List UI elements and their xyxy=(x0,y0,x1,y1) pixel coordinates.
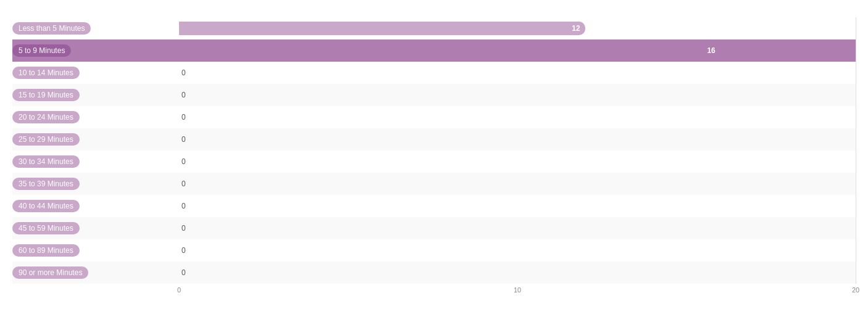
bar-zero-value: 0 xyxy=(182,68,186,77)
label-pill: 30 to 34 Minutes xyxy=(12,155,80,168)
bar-zero-value: 0 xyxy=(182,91,186,99)
table-row: 40 to 44 Minutes0 xyxy=(12,195,856,217)
chart-container: Less than 5 Minutes125 to 9 Minutes1610 … xyxy=(0,0,868,322)
label-pill: 35 to 39 Minutes xyxy=(12,178,80,190)
label-pill: 90 or more Minutes xyxy=(12,266,88,279)
x-tick: 0 xyxy=(177,286,181,294)
table-row: Less than 5 Minutes12 xyxy=(12,17,856,39)
bar-zero-value: 0 xyxy=(182,180,186,188)
bar-area: 0 xyxy=(179,62,856,84)
row-label: 15 to 19 Minutes xyxy=(12,89,179,101)
table-row: 10 to 14 Minutes0 xyxy=(12,62,856,84)
grid-line xyxy=(856,17,856,284)
table-row: 30 to 34 Minutes0 xyxy=(12,151,856,173)
label-pill: 45 to 59 Minutes xyxy=(12,222,80,234)
bar-area: 0 xyxy=(179,239,856,262)
row-label: 45 to 59 Minutes xyxy=(12,222,179,234)
bar-area: 0 xyxy=(179,128,856,151)
bar-zero-value: 0 xyxy=(182,246,186,255)
row-label: 35 to 39 Minutes xyxy=(12,178,179,190)
row-label: 5 to 9 Minutes xyxy=(12,44,179,57)
x-tick: 10 xyxy=(514,286,521,294)
label-pill: 40 to 44 Minutes xyxy=(12,200,80,212)
bar-area: 0 xyxy=(179,106,856,128)
bar-area: 0 xyxy=(179,262,856,284)
bar-area: 0 xyxy=(179,195,856,217)
bar: 16 xyxy=(179,44,720,57)
table-row: 60 to 89 Minutes0 xyxy=(12,239,856,262)
table-row: 25 to 29 Minutes0 xyxy=(12,128,856,151)
row-label: 20 to 24 Minutes xyxy=(12,111,179,123)
table-row: 20 to 24 Minutes0 xyxy=(12,106,856,128)
row-label: 25 to 29 Minutes xyxy=(12,133,179,146)
bar-area: 12 xyxy=(179,17,856,39)
table-row: 15 to 19 Minutes0 xyxy=(12,84,856,106)
bar-area: 0 xyxy=(179,217,856,239)
row-label: 40 to 44 Minutes xyxy=(12,200,179,212)
label-pill: 15 to 19 Minutes xyxy=(12,89,80,101)
bar-zero-value: 0 xyxy=(182,157,186,166)
row-label: 60 to 89 Minutes xyxy=(12,244,179,257)
bar-zero-value: 0 xyxy=(182,224,186,233)
row-label: 30 to 34 Minutes xyxy=(12,155,179,168)
bar-value: 16 xyxy=(707,46,715,55)
row-label: Less than 5 Minutes xyxy=(12,22,179,35)
bar-zero-value: 0 xyxy=(182,135,186,144)
x-axis: 01020 xyxy=(179,286,856,299)
table-row: 5 to 9 Minutes16 xyxy=(12,39,856,62)
bar-area: 0 xyxy=(179,173,856,195)
label-pill: 5 to 9 Minutes xyxy=(12,44,71,57)
bar-area: 0 xyxy=(179,84,856,106)
bar-value: 12 xyxy=(572,24,580,33)
x-tick: 20 xyxy=(852,286,859,294)
bar: 12 xyxy=(179,22,585,35)
row-label: 90 or more Minutes xyxy=(12,266,179,279)
bar-zero-value: 0 xyxy=(182,202,186,210)
label-pill: Less than 5 Minutes xyxy=(12,22,91,35)
bar-area: 0 xyxy=(179,151,856,173)
bar-zero-value: 0 xyxy=(182,113,186,122)
row-label: 10 to 14 Minutes xyxy=(12,67,179,79)
bar-area: 16 xyxy=(179,39,856,62)
table-row: 45 to 59 Minutes0 xyxy=(12,217,856,239)
label-pill: 60 to 89 Minutes xyxy=(12,244,80,257)
bars-wrapper: Less than 5 Minutes125 to 9 Minutes1610 … xyxy=(12,17,856,284)
table-row: 90 or more Minutes0 xyxy=(12,262,856,284)
label-pill: 20 to 24 Minutes xyxy=(12,111,80,123)
label-pill: 25 to 29 Minutes xyxy=(12,133,80,146)
bar-zero-value: 0 xyxy=(182,268,186,277)
table-row: 35 to 39 Minutes0 xyxy=(12,173,856,195)
label-pill: 10 to 14 Minutes xyxy=(12,67,80,79)
